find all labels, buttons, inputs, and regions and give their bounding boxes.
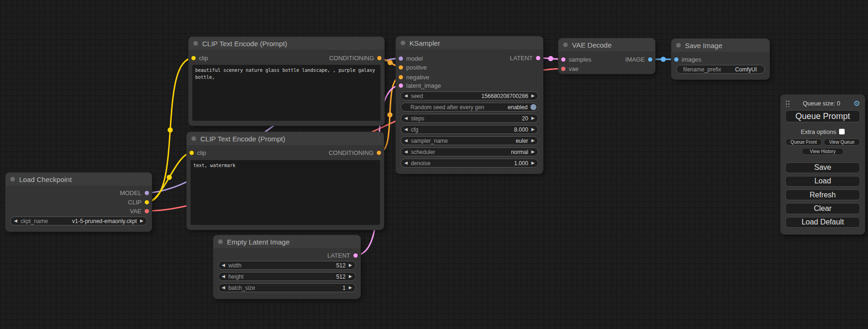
collapse-dot-icon[interactable] [10, 177, 15, 182]
decrement-arrow-icon[interactable]: ◀ [219, 274, 228, 279]
decrement-arrow-icon[interactable]: ◀ [401, 150, 411, 154]
increment-arrow-icon[interactable]: ▶ [528, 150, 538, 154]
LATENT-output-port[interactable] [536, 56, 540, 60]
MODEL-output-port[interactable] [145, 191, 149, 195]
clip-input-port[interactable] [190, 151, 194, 155]
ckpt-name-widget[interactable]: ◀ckpt_namev1-5-pruned-emaonly.ckpt▶ [10, 217, 147, 225]
decrement-arrow-icon[interactable]: ◀ [219, 263, 228, 267]
load-default-button[interactable]: Load Default [785, 217, 860, 228]
collapse-dot-icon[interactable] [676, 43, 681, 48]
empty-latent-image-node[interactable]: Empty Latent ImageLATENT◀width512▶◀heigh… [213, 235, 360, 299]
scheduler-widget[interactable]: ◀schedulernormal▶ [401, 147, 538, 156]
sampler-name-widget[interactable]: ◀sampler_nameeuler▶ [401, 136, 538, 145]
widget-value: v1-5-pruned-emaonly.ckpt [72, 218, 137, 224]
denoise-widget[interactable]: ◀denoise1.000▶ [401, 159, 538, 168]
increment-arrow-icon[interactable]: ▶ [346, 263, 355, 267]
increment-arrow-icon[interactable]: ▶ [528, 161, 538, 165]
node-title-bar[interactable]: CLIP Text Encode (Prompt) [187, 132, 384, 145]
CONDITIONING-output-port[interactable] [377, 56, 381, 60]
increment-arrow-icon[interactable]: ▶ [528, 127, 538, 132]
refresh-button[interactable]: Refresh [785, 189, 860, 200]
node-title-bar[interactable]: Empty Latent Image [213, 235, 360, 248]
decrement-arrow-icon[interactable]: ◀ [401, 116, 411, 120]
load-button[interactable]: Load [785, 176, 860, 187]
node-title-bar[interactable]: Load Checkpoint [6, 173, 152, 186]
decrement-arrow-icon[interactable]: ◀ [401, 139, 411, 143]
queue-prompt-button[interactable]: Queue Prompt [785, 110, 860, 122]
vae-input-port[interactable] [561, 67, 565, 71]
drag-handle-icon[interactable] [785, 100, 790, 107]
decrement-arrow-icon[interactable]: ◀ [219, 286, 228, 290]
decrement-arrow-icon[interactable]: ◀ [401, 161, 411, 165]
collapse-dot-icon[interactable] [401, 41, 405, 45]
increment-arrow-icon[interactable]: ▶ [528, 94, 538, 98]
input-port-label: images [682, 56, 701, 63]
steps-widget[interactable]: ◀steps20▶ [401, 114, 538, 123]
increment-arrow-icon[interactable]: ▶ [528, 139, 538, 143]
settings-gear-icon[interactable]: ⚙ [854, 100, 860, 107]
prompt-textarea[interactable]: beautiful scenery nature glass bottle la… [192, 65, 381, 121]
CLIP-output-port[interactable] [145, 200, 149, 204]
node-title-bar[interactable]: CLIP Text Encode (Prompt) [189, 37, 384, 50]
widget-label: sampler_name [411, 138, 448, 144]
clip-to-positive-link-midpoint-dot [168, 127, 173, 133]
increment-arrow-icon[interactable]: ▶ [528, 116, 538, 120]
widget-label: filename_prefix [677, 66, 721, 73]
view-history-button[interactable]: View History [802, 148, 844, 155]
vae-decode-node[interactable]: VAE DecodesamplesvaeIMAGE [558, 38, 655, 74]
images-input-port[interactable] [674, 57, 678, 62]
IMAGE-output-port[interactable] [648, 57, 652, 62]
extra-options-checkbox[interactable] [839, 129, 845, 134]
prompt-textarea[interactable]: text, watermark [191, 160, 380, 225]
LATENT-output-port[interactable] [353, 253, 358, 258]
widget-value: 156680208700286 [481, 93, 528, 99]
batch-size-widget[interactable]: ◀batch_size1▶ [218, 283, 356, 292]
width-widget[interactable]: ◀width512▶ [218, 261, 356, 270]
positive-conditioning-link-midpoint-dot [388, 60, 393, 65]
clip-input-port[interactable] [191, 56, 196, 60]
node-title-bar[interactable]: VAE Decode [558, 38, 655, 51]
input-port-label: clip [199, 55, 208, 62]
graph-canvas[interactable]: { "canvas": {"background": "#1d1d1d", "g… [0, 0, 868, 329]
decrement-arrow-icon[interactable]: ◀ [401, 94, 411, 98]
increment-arrow-icon[interactable]: ▶ [137, 219, 147, 223]
random-seed-after-every-gen-widget[interactable]: Random seed after every genenabled [401, 103, 538, 112]
negative-input-port[interactable] [399, 75, 403, 79]
toggle-icon[interactable] [530, 104, 536, 110]
VAE-output-port[interactable] [145, 209, 149, 213]
CONDITIONING-output-port[interactable] [377, 151, 381, 155]
load-checkpoint-node[interactable]: Load CheckpointMODELCLIPVAE◀ckpt_namev1-… [6, 173, 152, 231]
decrement-arrow-icon[interactable]: ◀ [11, 219, 21, 223]
increment-arrow-icon[interactable]: ▶ [346, 286, 355, 290]
widget-label: steps [411, 115, 424, 122]
node-title: Empty Latent Image [227, 238, 289, 246]
node-title-bar[interactable]: Save Image [671, 39, 769, 52]
ksampler-node[interactable]: KSamplermodelpositivenegativelatent_imag… [396, 36, 543, 174]
latent_image-input-port[interactable] [399, 84, 403, 88]
save-image-node[interactable]: Save Imageimagesfilename_prefixComfyUI [671, 39, 769, 79]
node-title-bar[interactable]: KSampler [396, 36, 543, 49]
view-queue-button[interactable]: View Queue [824, 139, 860, 146]
increment-arrow-icon[interactable]: ▶ [346, 274, 355, 279]
clip-text-encode-positive-node[interactable]: CLIP Text Encode (Prompt)clipCONDITIONIN… [189, 37, 384, 126]
collapse-dot-icon[interactable] [191, 136, 196, 141]
widget-value: enabled [508, 104, 528, 111]
save-button[interactable]: Save [785, 162, 860, 173]
input-port-label: positive [406, 64, 427, 71]
clip-text-encode-negative-node[interactable]: CLIP Text Encode (Prompt)clipCONDITIONIN… [187, 132, 384, 230]
collapse-dot-icon[interactable] [218, 239, 223, 244]
height-widget[interactable]: ◀height512▶ [218, 272, 356, 281]
model-input-port[interactable] [399, 56, 403, 61]
decrement-arrow-icon[interactable]: ◀ [401, 127, 411, 132]
samples-input-port[interactable] [561, 57, 565, 62]
collapse-dot-icon[interactable] [563, 42, 568, 47]
clear-button[interactable]: Clear [785, 203, 860, 214]
widget-value: 1 [342, 285, 346, 291]
extra-options-label: Extra options [801, 128, 836, 135]
positive-input-port[interactable] [399, 65, 403, 70]
collapse-dot-icon[interactable] [193, 41, 198, 46]
filename-prefix-widget[interactable]: filename_prefixComfyUI [676, 65, 765, 74]
cfg-widget[interactable]: ◀cfg8.000▶ [401, 125, 538, 134]
seed-widget[interactable]: ◀seed156680208700286▶ [401, 91, 538, 100]
queue-front-button[interactable]: Queue Front [785, 139, 822, 146]
